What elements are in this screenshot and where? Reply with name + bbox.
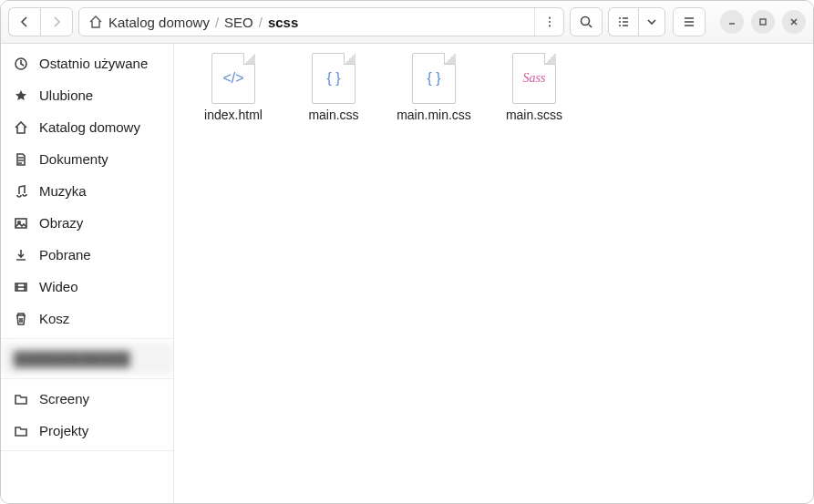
file-icon: Sass [512,53,556,104]
crumb-sep: / [259,15,263,30]
file-type-glyph: { } [427,70,440,87]
clock-icon [14,57,28,71]
file-label: index.html [204,108,263,123]
path-menu-button[interactable] [534,8,563,36]
star-icon [14,88,28,103]
sidebar-item-trash[interactable]: Kosz [1,303,173,334]
sidebar-separator [1,450,173,451]
sidebar-label: Ostatnio używane [39,56,148,71]
breadcrumb: Katalog domowy / SEO / scss [79,15,534,30]
sidebar-item-downloads[interactable]: Pobrane [1,239,173,271]
sidebar-label: ████████████ [14,351,130,366]
file-label: main.min.css [397,108,471,123]
svg-point-3 [582,17,590,26]
view-switcher [608,7,665,36]
close-button[interactable] [782,10,806,34]
home-icon [88,15,103,29]
sidebar-label: Wideo [39,279,78,294]
titlebar: Katalog domowy / SEO / scss [1,1,813,44]
crumb-home[interactable]: Katalog domowy [108,15,210,30]
minimize-icon [727,17,737,26]
view-dropdown-button[interactable] [638,7,665,36]
file-icon: </> [211,53,255,104]
sidebar-item-blurred[interactable]: ████████████ [1,343,173,375]
file-label: main.scss [506,108,562,123]
image-icon [14,216,28,231]
file-type-glyph: Sass [523,71,546,86]
home-icon [14,120,28,135]
sidebar-item-projects[interactable]: Projekty [1,415,173,447]
window-controls [720,10,806,34]
document-icon [14,152,28,167]
search-icon [579,15,593,29]
file-type-glyph: </> [222,70,243,87]
path-bar[interactable]: Katalog domowy / SEO / scss [78,7,564,36]
sidebar-label: Dokumenty [39,151,108,167]
download-icon [14,248,28,262]
svg-rect-4 [760,19,766,25]
minimize-button[interactable] [720,10,744,34]
sidebar-item-favorites[interactable]: Ulubione [1,79,173,111]
forward-button[interactable] [40,7,73,36]
video-icon [14,280,28,294]
file-label: main.css [308,108,358,123]
svg-point-2 [548,25,550,26]
file-item[interactable]: Sassmain.scss [493,53,575,123]
search-button[interactable] [570,7,603,36]
maximize-button[interactable] [751,10,775,34]
back-button[interactable] [8,7,40,36]
kebab-icon [543,15,556,28]
sidebar-label: Obrazy [39,215,83,231]
crumb-sep: / [215,15,219,30]
main-content: Ostatnio używane Ulubione Katalog domowy… [1,44,813,503]
hamburger-menu-button[interactable] [673,7,706,36]
sidebar-label: Muzyka [39,183,87,199]
sidebar-separator [1,338,173,339]
close-icon [789,17,799,26]
crumb-current[interactable]: scss [268,15,298,30]
folder-icon [14,392,28,406]
folder-icon [14,424,28,438]
list-icon [616,15,631,29]
sidebar-item-music[interactable]: Muzyka [1,175,173,207]
file-item[interactable]: { }main.min.css [393,53,475,123]
chevron-right-icon [49,15,64,29]
crumb-mid[interactable]: SEO [224,15,253,30]
sidebar-label: Pobrane [39,247,91,262]
sidebar: Ostatnio używane Ulubione Katalog domowy… [1,44,174,503]
svg-point-0 [548,17,550,19]
music-icon [14,184,28,199]
file-icon: { } [312,53,355,104]
sidebar-item-pictures[interactable]: Obrazy [1,207,173,239]
sidebar-label: Ulubione [39,87,93,103]
sidebar-item-documents[interactable]: Dokumenty [1,143,173,175]
chevron-down-icon [644,15,659,29]
files-area[interactable]: </>index.html{ }main.css{ }main.min.cssS… [174,44,813,503]
sidebar-separator [1,378,173,379]
sidebar-label: Katalog domowy [39,119,140,135]
sidebar-label: Kosz [39,311,69,326]
right-controls [608,7,806,36]
view-list-button[interactable] [608,7,638,36]
sidebar-label: Projekty [39,423,88,438]
sidebar-item-home[interactable]: Katalog domowy [1,111,173,143]
trash-icon [14,312,28,326]
maximize-icon [758,17,768,26]
file-item[interactable]: </>index.html [192,53,274,123]
nav-buttons [8,7,73,36]
sidebar-item-videos[interactable]: Wideo [1,271,173,303]
svg-point-1 [548,21,550,23]
svg-rect-6 [15,219,26,228]
sidebar-label: Screeny [39,391,89,406]
file-icon: { } [412,53,456,104]
file-item[interactable]: { }main.css [293,53,375,123]
sidebar-item-screens[interactable]: Screeny [1,383,173,415]
hamburger-icon [682,15,696,29]
chevron-left-icon [17,15,32,29]
file-type-glyph: { } [326,70,340,87]
sidebar-item-recent[interactable]: Ostatnio używane [1,47,173,79]
